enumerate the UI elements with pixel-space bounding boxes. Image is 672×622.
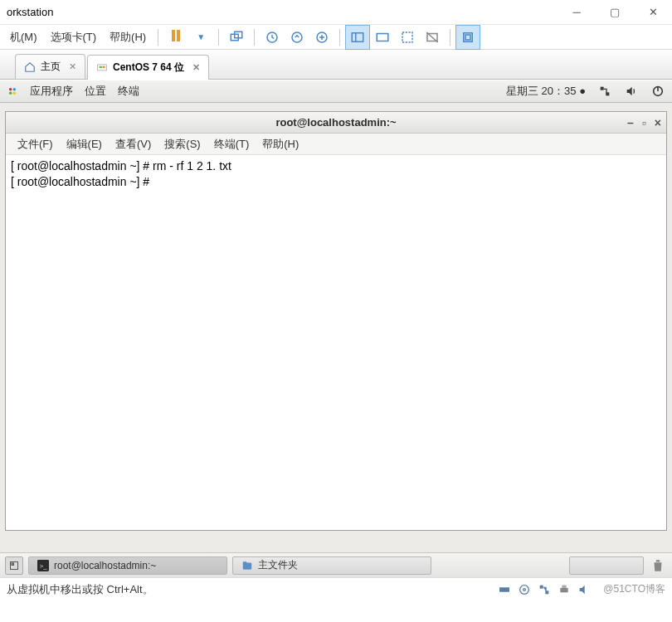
workspace-switcher[interactable] (5, 556, 23, 575)
svg-rect-37 (562, 585, 567, 587)
svg-rect-20 (601, 87, 604, 90)
gnome-top-panel: 应用程序 位置 终端 星期三 20：35 ● (0, 80, 672, 103)
snapshot-button[interactable] (260, 25, 285, 50)
watermark: @51CTO博客 (603, 582, 665, 596)
printer-icon[interactable] (557, 582, 572, 597)
svg-rect-5 (352, 32, 363, 41)
terminal-close[interactable]: × (655, 116, 661, 129)
vm-desktop: root@localhostadmin:~ – ▫ × 文件(F) 编辑(E) … (0, 103, 672, 577)
svg-point-19 (13, 92, 16, 95)
network-icon[interactable] (597, 84, 612, 99)
status-hint: 从虚拟机中移出或按 Ctrl+Alt。 (7, 582, 153, 597)
terminal-menubar: 文件(F) 编辑(E) 查看(V) 搜索(S) 终端(T) 帮助(H) (6, 134, 666, 155)
vm-tabbar: 主页 ✕ CentOS 7 64 位 ✕ (0, 50, 672, 80)
show-sidebar-button[interactable] (345, 25, 370, 50)
svg-rect-14 (100, 66, 103, 67)
maximize-button[interactable]: ▢ (596, 0, 634, 25)
terminal-minimize[interactable]: – (627, 116, 634, 129)
svg-point-18 (9, 92, 12, 95)
svg-rect-15 (103, 66, 105, 67)
revert-snapshot-button[interactable] (285, 25, 309, 50)
svg-point-16 (9, 88, 12, 91)
network-adapter-icon[interactable] (537, 582, 552, 597)
terminal-maximize[interactable]: ▫ (642, 116, 646, 129)
svg-text:>_: >_ (40, 561, 47, 569)
view-console-button[interactable] (370, 25, 395, 50)
vmware-menubar: 机(M) 选项卡(T) 帮助(H) ▼ (0, 25, 672, 50)
activities-icon[interactable] (7, 85, 18, 97)
svg-rect-8 (402, 32, 412, 42)
menu-tabs[interactable]: 选项卡(T) (44, 27, 104, 48)
svg-point-32 (520, 585, 529, 594)
taskbar-files[interactable]: 主文件夹 (232, 556, 431, 575)
separator (450, 29, 450, 46)
sound-icon[interactable] (577, 582, 592, 597)
term-menu-terminal[interactable]: 终端(T) (209, 135, 255, 153)
separator (218, 29, 219, 46)
close-button[interactable]: ✕ (634, 0, 672, 25)
power-dropdown[interactable]: ▼ (188, 25, 213, 50)
trash-icon[interactable] (649, 556, 667, 575)
send-ctrl-alt-del-button[interactable] (224, 25, 249, 50)
separator (254, 29, 255, 46)
term-menu-search[interactable]: 搜索(S) (159, 135, 205, 153)
term-menu-help[interactable]: 帮助(H) (257, 135, 304, 153)
separator (158, 29, 158, 46)
tab-vm-close[interactable]: ✕ (192, 62, 200, 73)
applications-menu[interactable]: 应用程序 (30, 84, 73, 99)
window-controls: ─ ▢ ✕ (558, 0, 672, 25)
unity-button[interactable] (455, 25, 480, 50)
svg-rect-31 (499, 587, 509, 591)
vm-icon (96, 62, 108, 74)
volume-icon[interactable] (624, 84, 639, 99)
term-menu-edit[interactable]: 编辑(E) (61, 135, 107, 153)
svg-point-33 (523, 588, 526, 590)
pause-button[interactable] (163, 25, 188, 50)
terminal-window: root@localhostadmin:~ – ▫ × 文件(F) 编辑(E) … (5, 111, 667, 531)
svg-rect-34 (540, 585, 543, 588)
tab-home-label: 主页 (41, 60, 61, 74)
svg-rect-12 (465, 35, 470, 40)
tab-home-close[interactable]: ✕ (69, 61, 76, 72)
terminal-titlebar[interactable]: root@localhostadmin:~ – ▫ × (6, 112, 666, 134)
taskbar-files-label: 主文件夹 (258, 558, 298, 572)
menu-machine[interactable]: 机(M) (3, 27, 44, 48)
minimize-button[interactable]: ─ (558, 0, 596, 25)
svg-rect-29 (243, 561, 247, 563)
term-menu-file[interactable]: 文件(F) (12, 135, 58, 153)
home-icon (24, 61, 36, 73)
tab-home[interactable]: 主页 ✕ (15, 54, 85, 79)
tab-vm-label: CentOS 7 64 位 (113, 61, 184, 75)
taskbar-terminal-label: root@localhostadmin:~ (54, 560, 156, 571)
vmware-device-tray: @51CTO博客 (497, 582, 665, 597)
window-titlebar: orkstation ─ ▢ ✕ (0, 0, 672, 25)
svg-rect-7 (377, 33, 388, 41)
gnome-bottom-panel: >_ root@localhostadmin:~ 主文件夹 (0, 552, 672, 577)
terminal-body[interactable]: [ root@localhostadmin ~] # rm - rf 1 2 1… (6, 155, 666, 530)
term-menu-view[interactable]: 查看(V) (110, 135, 156, 153)
clock[interactable]: 星期三 20：35 ● (506, 84, 586, 99)
svg-rect-30 (656, 560, 660, 561)
cd-icon[interactable] (517, 582, 532, 597)
taskbar-terminal[interactable]: >_ root@localhostadmin:~ (28, 556, 227, 575)
menu-help[interactable]: 帮助(H) (103, 27, 153, 48)
separator (339, 29, 340, 46)
terminal-icon: >_ (37, 560, 49, 571)
svg-rect-25 (12, 563, 14, 566)
tab-vm[interactable]: CentOS 7 64 位 ✕ (87, 55, 209, 80)
stretch-guest-button[interactable] (395, 25, 420, 50)
terminal-menu[interactable]: 终端 (118, 84, 139, 99)
taskbar-tray-slot[interactable] (569, 556, 644, 575)
power-icon[interactable] (650, 84, 665, 99)
manage-snapshots-button[interactable] (309, 25, 334, 50)
svg-rect-36 (561, 588, 568, 592)
svg-point-17 (13, 88, 16, 91)
terminal-line: [ root@localhostadmin ~] # (11, 175, 149, 188)
fullscreen-button[interactable] (420, 25, 445, 50)
folder-icon (241, 560, 253, 571)
svg-point-3 (292, 32, 302, 42)
vmware-statusbar: 从虚拟机中移出或按 Ctrl+Alt。 @51CTO博客 (0, 577, 672, 600)
places-menu[interactable]: 位置 (85, 84, 106, 99)
terminal-line: [ root@localhostadmin ~] # rm - rf 1 2 1… (11, 159, 231, 173)
hdd-icon[interactable] (497, 582, 512, 597)
